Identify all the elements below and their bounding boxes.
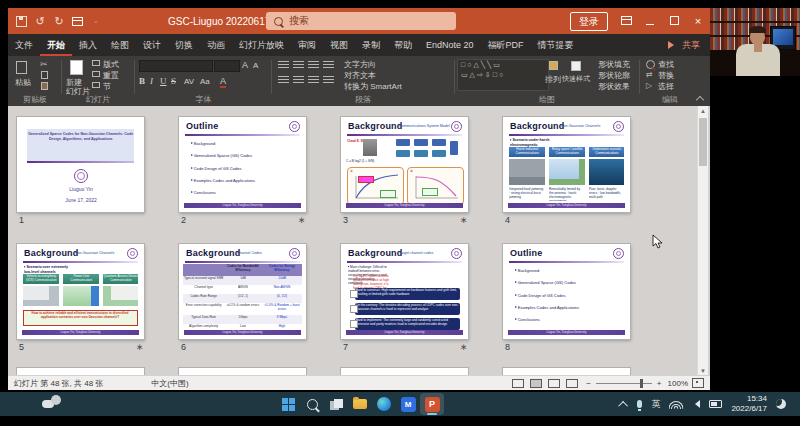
search-input[interactable]: 搜索 — [266, 12, 456, 30]
italic-button[interactable]: I — [150, 76, 153, 86]
zoom-slider[interactable] — [596, 383, 652, 384]
clock[interactable]: 15:34 2022/6/17 — [731, 394, 767, 413]
hidden-icons-chevron-icon[interactable] — [619, 400, 629, 410]
cut-icon[interactable]: ✂ — [40, 59, 48, 69]
slide-thumbnail-5[interactable]: Background Non-Gaussian Channels Scenari… — [17, 244, 144, 339]
meeting-app-button[interactable]: M — [396, 393, 420, 415]
slide-thumbnail-2[interactable]: Outline Background Generalized Sparse (G… — [179, 117, 306, 212]
tab-review[interactable]: 审阅 — [291, 34, 323, 56]
align-text-button[interactable]: 对齐文本 — [344, 70, 376, 81]
align-center-icon[interactable] — [293, 76, 304, 84]
shapes-gallery[interactable]: □○△╲╲▭ ▭△⇨⇩□○ — [457, 59, 549, 91]
signin-button[interactable]: 登录 — [570, 12, 608, 31]
slide-thumbnail-7[interactable]: Background Target channel codes Main cha… — [341, 244, 468, 339]
justify-icon[interactable] — [323, 76, 334, 84]
task-view-button[interactable] — [324, 393, 348, 415]
layout-icon[interactable] — [92, 60, 100, 66]
powerpoint-taskbar-button[interactable]: P — [420, 393, 444, 415]
collapse-ribbon-button[interactable] — [697, 96, 705, 104]
tab-transitions[interactable]: 切换 — [168, 34, 200, 56]
grow-font-button[interactable]: A — [242, 60, 248, 70]
slideshow-view-button[interactable] — [566, 379, 578, 388]
shape-fill-button[interactable]: 形状填充 — [598, 59, 630, 70]
indent-icon[interactable] — [308, 61, 319, 69]
numbering-icon[interactable] — [293, 61, 304, 69]
save-icon[interactable] — [16, 16, 27, 27]
quick-styles-button[interactable]: 快速样式 — [562, 74, 590, 84]
paste-icon[interactable] — [16, 61, 27, 74]
find-button[interactable]: 查找 — [658, 59, 674, 70]
tab-help[interactable]: 帮助 — [387, 34, 419, 56]
zoom-out-button[interactable]: − — [586, 379, 591, 388]
reset-icon[interactable] — [92, 71, 100, 77]
microphone-icon[interactable] — [637, 400, 642, 408]
text-direction-button[interactable]: 文字方向 — [344, 59, 376, 70]
arrange-button[interactable]: 排列 — [545, 74, 561, 85]
zoom-level[interactable]: 100% — [668, 379, 688, 388]
scroll-up-icon[interactable]: ▲ — [698, 106, 708, 116]
undo-icon[interactable]: ↺ — [34, 15, 46, 28]
weather-icon[interactable] — [42, 395, 61, 408]
battery-icon[interactable] — [709, 400, 722, 408]
fit-to-window-button[interactable] — [692, 378, 704, 388]
tab-home[interactable]: 开始 — [40, 34, 72, 56]
smartart-button[interactable]: 转换为 SmartArt — [344, 81, 402, 92]
zoom-in-button[interactable]: + — [657, 379, 662, 388]
scrollbar-thumb[interactable] — [699, 118, 707, 166]
layout-button[interactable]: 版式 — [103, 59, 119, 70]
wifi-icon[interactable] — [669, 399, 682, 409]
slide-thumbnail-6[interactable]: Background Channel Codes Codes for Bandw… — [179, 244, 306, 339]
font-size-combo[interactable] — [214, 60, 240, 72]
redo-icon[interactable]: ↻ — [53, 15, 65, 28]
arrange-icon[interactable] — [549, 61, 558, 70]
slide-thumbnail-3[interactable]: Background Communications System Model C… — [341, 117, 468, 212]
shrink-font-button[interactable]: A — [253, 61, 258, 70]
bold-button[interactable]: B — [139, 76, 145, 86]
copy-icon[interactable] — [41, 71, 48, 79]
section-button[interactable]: 节 — [103, 81, 111, 92]
quick-styles-icon[interactable] — [571, 61, 581, 71]
tab-file[interactable]: 文件 — [8, 34, 40, 56]
tab-endnote[interactable]: EndNote 20 — [419, 34, 481, 56]
vertical-scrollbar[interactable]: ▲ ▼ — [697, 106, 708, 376]
tab-animations[interactable]: 动画 — [200, 34, 232, 56]
focus-assist-moon-icon[interactable] — [776, 399, 786, 409]
tab-insert[interactable]: 插入 — [72, 34, 104, 56]
align-right-icon[interactable] — [308, 76, 319, 84]
format-painter-icon[interactable] — [41, 82, 48, 90]
font-color-button[interactable]: A — [220, 76, 226, 88]
paste-button[interactable]: 粘贴 — [15, 77, 31, 88]
zoom-slider-thumb[interactable] — [640, 379, 643, 388]
shape-outline-button[interactable]: 形状轮廓 — [598, 70, 630, 81]
line-spacing-icon[interactable] — [323, 61, 334, 69]
tab-record[interactable]: 录制 — [355, 34, 387, 56]
tab-design[interactable]: 设计 — [136, 34, 168, 56]
taskbar-search-button[interactable] — [300, 393, 324, 415]
tab-storyboard[interactable]: 情节提要 — [531, 34, 581, 56]
start-button[interactable] — [276, 393, 300, 415]
tab-draw[interactable]: 绘图 — [104, 34, 136, 56]
minimize-button[interactable] — [638, 15, 662, 27]
restore-button[interactable] — [662, 15, 686, 27]
slide-sorter-view-button[interactable] — [530, 379, 542, 388]
normal-view-button[interactable] — [512, 379, 524, 388]
reset-button[interactable]: 重置 — [103, 70, 119, 81]
section-icon[interactable] — [92, 82, 100, 88]
slide-thumbnail-4[interactable]: Background Non-Gaussian Channels Scenari… — [503, 117, 630, 212]
slide-thumbnail-8[interactable]: Outline Background Generalized Sparse (G… — [503, 244, 630, 339]
replace-button[interactable]: 替换 — [658, 70, 674, 81]
ribbon-display-options-icon[interactable] — [614, 15, 638, 27]
character-spacing-button[interactable]: AV — [184, 77, 194, 86]
speaker-icon[interactable] — [691, 400, 700, 408]
customize-toolbar-chevron-icon[interactable]: ⌄ — [90, 17, 102, 25]
close-button[interactable]: × — [686, 15, 710, 27]
ime-indicator[interactable]: 英 — [651, 398, 660, 411]
change-case-button[interactable]: Aa — [200, 77, 210, 86]
new-slide-icon[interactable] — [70, 60, 83, 75]
language-indicator[interactable]: 中文(中国) — [151, 378, 188, 389]
reading-view-button[interactable] — [548, 379, 560, 388]
share-button[interactable]: 共享 — [668, 34, 700, 56]
file-explorer-button[interactable] — [348, 393, 372, 415]
strikethrough-button[interactable]: S — [171, 76, 176, 86]
font-name-combo[interactable] — [139, 60, 213, 72]
